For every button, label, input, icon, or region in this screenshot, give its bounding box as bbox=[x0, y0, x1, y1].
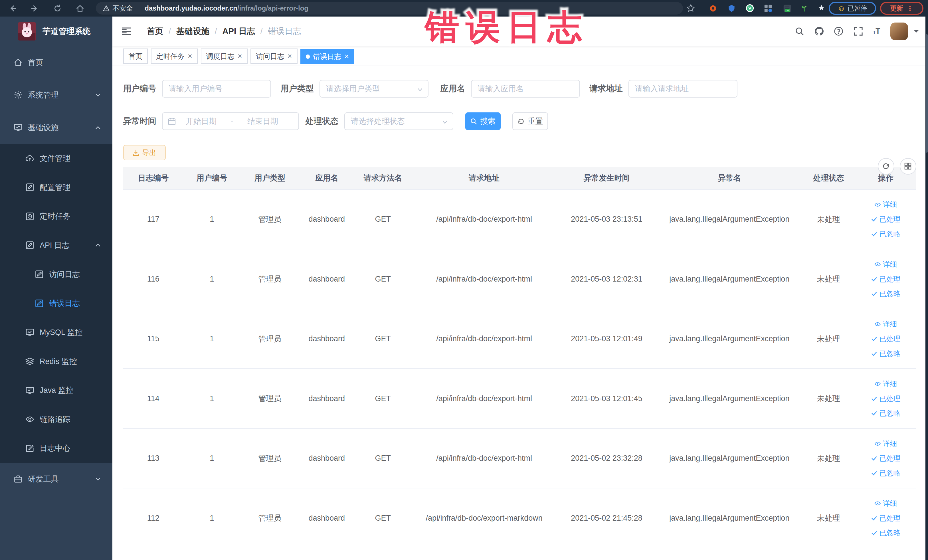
tab-错误日志[interactable]: 错误日志✕ bbox=[301, 49, 354, 64]
sidebar-item-链路追踪[interactable]: 链路追踪 bbox=[0, 405, 112, 434]
sidebar-item-Redis-监控[interactable]: Redis 监控 bbox=[0, 347, 112, 376]
profile-paused-badge[interactable]: ☺ 已暂停 bbox=[829, 2, 876, 15]
cell-status: 未处理 bbox=[802, 369, 855, 429]
user-type-select[interactable]: 请选择用户类型 bbox=[319, 80, 429, 98]
action-详细[interactable]: 详细 bbox=[875, 439, 897, 449]
sidebar-item-配置管理[interactable]: 配置管理 bbox=[0, 173, 112, 202]
breadcrumb-item-基础设施[interactable]: 基础设施 bbox=[176, 26, 209, 37]
action-已处理[interactable]: 已处理 bbox=[871, 394, 901, 403]
process-status-select[interactable]: 请选择处理状态 bbox=[344, 112, 453, 130]
breadcrumb-item-首页[interactable]: 首页 bbox=[147, 26, 163, 37]
check-icon bbox=[871, 216, 878, 223]
request-url-input[interactable]: 请输入请求地址 bbox=[629, 80, 737, 98]
sidebar-toggle-icon[interactable] bbox=[121, 26, 131, 36]
sidebar-item-日志中心[interactable]: 日志中心 bbox=[0, 434, 112, 463]
scrollbar-thumb[interactable] bbox=[926, 34, 928, 153]
sidebar-item-研发工具[interactable]: 研发工具 bbox=[0, 463, 112, 495]
cell-user_id: 1 bbox=[183, 488, 240, 548]
refresh-table-button[interactable] bbox=[878, 158, 894, 175]
tab-定时任务[interactable]: 定时任务✕ bbox=[151, 49, 198, 64]
table-row-115: 1151管理员dashboardGET/api/infra/db-doc/exp… bbox=[123, 309, 916, 369]
sidebar-item-错误日志[interactable]: 错误日志 bbox=[0, 289, 112, 318]
action-已处理[interactable]: 已处理 bbox=[871, 215, 901, 224]
address-bar[interactable]: 不安全 dashboard.yudao.iocoder.cn/infra/log… bbox=[96, 2, 683, 15]
action-已忽略[interactable]: 已忽略 bbox=[871, 229, 901, 239]
browser-home-icon[interactable] bbox=[75, 3, 85, 14]
tab-首页[interactable]: 首页 bbox=[123, 49, 148, 64]
action-详细[interactable]: 详细 bbox=[875, 259, 897, 269]
page-scrollbar[interactable] bbox=[925, 17, 928, 560]
shield-icon[interactable] bbox=[726, 3, 737, 14]
switch-on-icon[interactable]: ON bbox=[782, 3, 792, 14]
action-已处理[interactable]: 已处理 bbox=[871, 453, 901, 463]
check-icon bbox=[871, 410, 878, 417]
reset-button[interactable]: 重置 bbox=[512, 112, 548, 130]
sidebar-item-API-日志[interactable]: API 日志 bbox=[0, 231, 112, 260]
close-icon[interactable]: ✕ bbox=[237, 53, 242, 60]
logo-rabbit-avatar bbox=[18, 22, 36, 41]
help-icon[interactable] bbox=[834, 26, 843, 36]
cell-status: 未处理 bbox=[802, 429, 855, 488]
date-range-picker[interactable]: 开始日期 - 结束日期 bbox=[162, 112, 299, 130]
app-name-input[interactable]: 请输入应用名 bbox=[471, 80, 580, 98]
sidebar-item-文件管理[interactable]: 文件管理 bbox=[0, 144, 112, 173]
sidebar-item-Java-监控[interactable]: Java 监控 bbox=[0, 376, 112, 405]
sidebar-item-首页[interactable]: 首页 bbox=[0, 46, 112, 79]
error-log-table: 日志编号用户编号用户类型应用名请求方法名请求地址异常发生时间异常名处理状态操作 … bbox=[123, 167, 917, 548]
action-已忽略[interactable]: 已忽略 bbox=[871, 528, 901, 537]
end-date-input[interactable]: 结束日期 bbox=[237, 116, 288, 127]
action-已忽略[interactable]: 已忽略 bbox=[871, 289, 901, 298]
tab-访问日志[interactable]: 访问日志✕ bbox=[250, 49, 297, 64]
sprout-icon[interactable] bbox=[799, 3, 810, 14]
search-icon[interactable] bbox=[795, 26, 804, 36]
action-详细[interactable]: 详细 bbox=[875, 200, 897, 209]
logo[interactable]: 芋道管理系统 bbox=[0, 17, 112, 46]
breadcrumb-item-API-日志[interactable]: API 日志 bbox=[223, 26, 255, 37]
close-icon[interactable]: ✕ bbox=[344, 53, 349, 60]
browser-forward-icon[interactable] bbox=[30, 3, 40, 14]
sidebar-item-基础设施[interactable]: 基础设施 bbox=[0, 111, 112, 144]
tab-调度日志[interactable]: 调度日志✕ bbox=[201, 49, 247, 64]
action-已处理[interactable]: 已处理 bbox=[871, 334, 901, 343]
request-url-label: 请求地址 bbox=[589, 83, 623, 95]
action-已忽略[interactable]: 已忽略 bbox=[871, 349, 901, 358]
github-icon[interactable] bbox=[815, 26, 824, 36]
search-button[interactable]: 搜索 bbox=[465, 112, 501, 130]
vue-devtools-icon[interactable] bbox=[745, 3, 755, 14]
browser-reload-icon[interactable] bbox=[52, 3, 63, 14]
start-date-input[interactable]: 开始日期 bbox=[176, 116, 226, 127]
column-settings-button[interactable] bbox=[900, 158, 916, 175]
user-menu-caret-icon[interactable] bbox=[914, 30, 919, 35]
action-已忽略[interactable]: 已忽略 bbox=[871, 409, 901, 418]
cell-method: GET bbox=[354, 429, 412, 488]
font-size-icon[interactable]: тT bbox=[873, 27, 881, 36]
close-icon[interactable]: ✕ bbox=[188, 53, 192, 60]
user-id-input[interactable]: 请输入用户编号 bbox=[162, 80, 271, 98]
export-button[interactable]: 导出 bbox=[123, 145, 166, 160]
user-avatar[interactable] bbox=[890, 23, 908, 40]
log-center-icon bbox=[25, 444, 34, 453]
sidebar-item-定时任务[interactable]: 定时任务 bbox=[0, 202, 112, 231]
action-详细[interactable]: 详细 bbox=[875, 379, 897, 389]
cell-exception: java.lang.IllegalArgumentException bbox=[657, 189, 802, 249]
browser-update-button[interactable]: 更新 ⋮ bbox=[880, 2, 923, 15]
action-已处理[interactable]: 已处理 bbox=[871, 514, 901, 523]
action-已处理[interactable]: 已处理 bbox=[871, 275, 901, 284]
browser-menu-icon[interactable]: ⋮ bbox=[907, 5, 913, 12]
close-icon[interactable]: ✕ bbox=[287, 53, 292, 60]
monitor-icon bbox=[14, 123, 23, 132]
app-title: 芋道管理系统 bbox=[43, 26, 90, 37]
sidebar-item-MySQL-监控[interactable]: MySQL 监控 bbox=[0, 318, 112, 347]
fullscreen-icon[interactable] bbox=[853, 26, 863, 36]
tab-grid-icon[interactable] bbox=[763, 3, 773, 14]
browser-back-icon[interactable] bbox=[7, 3, 18, 14]
bookmark-star-icon[interactable] bbox=[685, 3, 696, 14]
sidebar-item-系统管理[interactable]: 系统管理 bbox=[0, 79, 112, 111]
security-chip[interactable]: 不安全 bbox=[96, 4, 139, 13]
action-详细[interactable]: 详细 bbox=[875, 319, 897, 329]
action-详细[interactable]: 详细 bbox=[875, 499, 897, 508]
sidebar-item-访问日志[interactable]: 访问日志 bbox=[0, 260, 112, 289]
extension-icon[interactable] bbox=[816, 3, 827, 14]
action-已忽略[interactable]: 已忽略 bbox=[871, 468, 901, 478]
adblock-icon[interactable] bbox=[708, 3, 718, 14]
